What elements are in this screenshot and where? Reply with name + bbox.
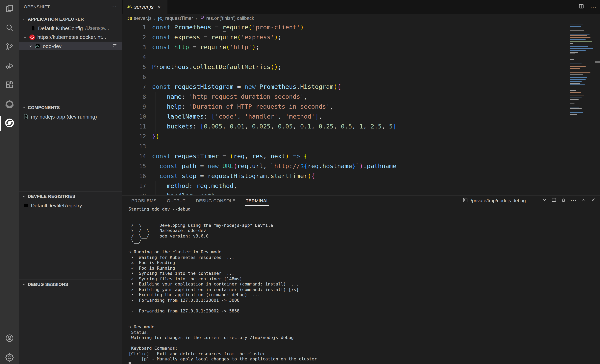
- code-token: :: [182, 93, 189, 100]
- chevron-down-icon: [21, 281, 27, 287]
- activity-item-kubernetes[interactable]: [0, 95, 19, 114]
- code-editor[interactable]: 1const Prometheus = require('prom-client…: [122, 23, 600, 195]
- section-header-debug-sessions[interactable]: DEBUG SESSIONS: [19, 280, 122, 289]
- breadcrumb[interactable]: JSserver.js›[⊘]requestTimer›res.on('fini…: [122, 14, 600, 23]
- ellipsis-icon[interactable]: ⋯: [570, 197, 577, 204]
- code-line-1[interactable]: 1const Prometheus = require('prom-client…: [122, 23, 600, 33]
- code-token: (): [271, 64, 278, 71]
- item-label: odo-dev: [43, 43, 62, 49]
- sidebar-item-default-kubeconfig[interactable]: Default KubeConfig/Users/pv...: [19, 24, 122, 33]
- sidebar-item-odo-dev[interactable]: odo-dev: [19, 42, 122, 50]
- code-token: (: [237, 34, 241, 41]
- code-line-15[interactable]: 15 const path = new URL(req.url, `http:/…: [122, 161, 600, 171]
- code-line-6[interactable]: 6: [122, 72, 600, 82]
- editor-scrollbar[interactable]: [594, 23, 600, 195]
- tab-server-js[interactable]: JS server.js ×: [123, 0, 168, 14]
- sidebar-item-defaultdevfileregistry[interactable]: DefaultDevfileRegistry: [19, 201, 122, 210]
- activity-item-search[interactable]: [0, 19, 19, 38]
- code-token: const: [152, 153, 170, 160]
- code-token: ,: [245, 153, 252, 160]
- panel-tab-terminal[interactable]: TERMINAL: [245, 197, 269, 205]
- activity-item-accounts[interactable]: [0, 329, 19, 348]
- activity-item-extensions[interactable]: [0, 76, 19, 95]
- code-line-3[interactable]: 3const http = require('http');: [122, 42, 600, 52]
- activity-item-source-control[interactable]: [0, 38, 19, 57]
- line-number: 13: [122, 142, 146, 152]
- code-line-9[interactable]: 9 help: 'Duration of HTTP requests in se…: [122, 102, 600, 112]
- code-token: new: [207, 163, 219, 170]
- code-line-2[interactable]: 2const express = require('express');: [122, 33, 600, 42]
- code-line-12[interactable]: 12}): [122, 132, 600, 142]
- sidebar-item-https-kubernetes-docker-int-[interactable]: https://kubernetes.docker.int...: [19, 33, 122, 41]
- section-header-label: APPLICATION EXPLORER: [28, 17, 84, 21]
- terminal-line: - Forwarding from 127.0.0.1:20002 -> 585…: [129, 308, 598, 314]
- minimap-line: [570, 112, 583, 113]
- sidebar-more-actions-icon[interactable]: ⋯: [111, 4, 117, 10]
- symbol-cube-icon: [200, 15, 205, 21]
- chevron-down-icon[interactable]: [22, 34, 28, 40]
- ellipsis-icon[interactable]: ⋯: [590, 3, 597, 10]
- line-number: 11: [122, 122, 146, 132]
- code-line-13[interactable]: 13: [122, 142, 600, 152]
- line-number: 8: [122, 92, 146, 102]
- activity-item-explorer[interactable]: [0, 0, 19, 19]
- close-icon[interactable]: [591, 197, 596, 204]
- code-line-5[interactable]: 5Prometheus.collectDefaultMetrics();: [122, 62, 600, 72]
- terminal-line: • Building your application in container…: [129, 282, 598, 287]
- minimap[interactable]: [569, 23, 594, 195]
- code-token: require: [200, 44, 226, 51]
- trash-icon[interactable]: [561, 197, 566, 204]
- panel-tab-problems[interactable]: PROBLEMS: [131, 197, 157, 205]
- split-editor-icon[interactable]: [578, 3, 584, 11]
- code-token: method: [211, 182, 234, 190]
- terminal-output[interactable]: Starting odo dev --debug __ / \__ Develo…: [129, 207, 598, 364]
- sync-icon[interactable]: [112, 42, 118, 50]
- code-line-18[interactable]: 18 handler: path: [122, 191, 600, 195]
- code-token: (: [234, 163, 237, 170]
- activity-item-run-and-debug[interactable]: [0, 57, 19, 76]
- breadcrumb-item[interactable]: JSserver.js: [127, 16, 152, 21]
- code-line-14[interactable]: 14const requestTimer = (req, res, next) …: [122, 152, 600, 161]
- minimap-line: [570, 43, 573, 43]
- activity-item-settings[interactable]: [0, 348, 19, 364]
- code-token: 5: [389, 123, 393, 130]
- terminal-selector[interactable]: /private/tmp/nodejs-debug: [462, 197, 526, 204]
- minimap-line: [570, 34, 590, 34]
- section-header-application-explorer[interactable]: APPLICATION EXPLORER: [19, 15, 122, 23]
- minimap-line: [570, 37, 591, 38]
- code-token: [152, 113, 167, 120]
- code-token: =: [219, 153, 230, 160]
- breadcrumb-item[interactable]: [⊘]requestTimer: [158, 16, 193, 21]
- minimap-line: [570, 59, 574, 60]
- chevron-up-icon[interactable]: [581, 197, 587, 204]
- code-token: ,: [311, 123, 319, 130]
- code-token: ,: [237, 113, 244, 120]
- code-token: ,: [263, 163, 271, 170]
- panel-tab-debug-console[interactable]: DEBUG CONSOLE: [196, 197, 236, 205]
- minimap-line: [570, 92, 581, 93]
- scrollbar-marker: [595, 61, 600, 63]
- code-line-17[interactable]: 17 method: req.method,: [122, 181, 600, 191]
- code-line-10[interactable]: 10 labelNames: ['code', 'handler', 'meth…: [122, 112, 600, 122]
- panel-tab-output[interactable]: OUTPUT: [167, 197, 186, 205]
- breadcrumb-item[interactable]: res.on('finish') callback: [200, 15, 254, 21]
- terminal-line: ↪ Dev mode: [129, 324, 598, 330]
- section-header-devfile-registries[interactable]: DEVFILE REGISTRIES: [19, 192, 122, 201]
- code-line-16[interactable]: 16 const stop = requestHistogram.startTi…: [122, 171, 600, 181]
- code-line-4[interactable]: 4: [122, 52, 600, 62]
- chevron-down-icon[interactable]: [28, 43, 33, 49]
- split-panel-icon[interactable]: [551, 197, 557, 204]
- code-line-7[interactable]: 7const requestHistogram = new Prometheus…: [122, 82, 600, 92]
- section-header-components[interactable]: COMPONENTS: [19, 103, 122, 112]
- sidebar-item-my-nodejs-app-dev-running-[interactable]: my-nodejs-app (dev running): [19, 112, 122, 121]
- plus-icon[interactable]: [532, 197, 538, 204]
- chevron-down-icon[interactable]: [542, 197, 547, 204]
- item-label: my-nodejs-app (dev running): [31, 114, 97, 119]
- code-token: ,: [334, 123, 341, 130]
- run-debug-icon: [5, 61, 14, 72]
- close-tab-icon[interactable]: ×: [158, 4, 161, 10]
- code-line-8[interactable]: 8 name: 'http_request_duration_seconds',: [122, 92, 600, 102]
- activity-item-openshift[interactable]: [0, 114, 19, 133]
- source-control-icon: [5, 42, 14, 53]
- code-line-11[interactable]: 11 buckets: [0.005, 0.01, 0.025, 0.05, 0…: [122, 122, 600, 132]
